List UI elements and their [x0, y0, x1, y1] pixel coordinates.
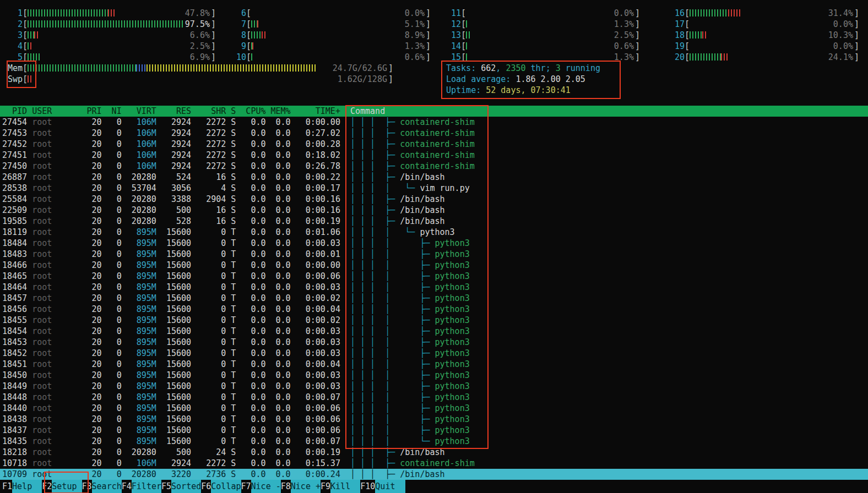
- process-row[interactable]: 27454root200106M29242272S0.00.00:00.00│ …: [0, 117, 868, 128]
- fnkey-F6[interactable]: F6Collap: [201, 480, 241, 493]
- cell-gap: [226, 238, 231, 249]
- cell-command: │ │ │ │ ├─ python3: [350, 260, 868, 271]
- cell-mem[interactable]: MEM%: [265, 106, 290, 117]
- process-row[interactable]: 18119root200895M156000T0.00.00:01.06│ │ …: [0, 227, 868, 238]
- cell-virt: 895M: [122, 238, 156, 249]
- process-row[interactable]: 10709root2002028032202736S0.00.00:00.24│…: [0, 469, 868, 480]
- fnkey-F2[interactable]: F2Setup: [42, 480, 82, 493]
- cell-gap: [340, 150, 350, 161]
- cell-ni[interactable]: NI: [102, 106, 122, 117]
- meter-bracket-close: ]: [635, 41, 640, 52]
- cell-user: root: [32, 326, 82, 337]
- process-row[interactable]: 27452root200106M29242272S0.00.00:00.28│ …: [0, 139, 868, 150]
- process-row[interactable]: 18455root200895M156000T0.00.00:00.02│ │ …: [0, 315, 868, 326]
- cell-state[interactable]: S: [231, 106, 236, 117]
- cell-virt: 106M: [122, 139, 156, 150]
- fnkey-action: Quit: [375, 480, 405, 493]
- cell-user: root: [32, 414, 82, 425]
- process-row[interactable]: 18483root200895M156000T0.00.00:00.01│ │ …: [0, 249, 868, 260]
- cell-ni: 0: [102, 139, 122, 150]
- fnkey-F7[interactable]: F7Nice -: [241, 480, 281, 493]
- process-row[interactable]: 18465root200895M156000T0.00.00:00.06│ │ …: [0, 271, 868, 282]
- cell-pid[interactable]: PID: [2, 106, 27, 117]
- process-row[interactable]: 27450root200106M29242272S0.00.00:26.78│ …: [0, 161, 868, 172]
- fnkey-F3[interactable]: F3Search: [82, 480, 122, 493]
- cell-ni: 0: [102, 315, 122, 326]
- cell-user: root: [32, 205, 82, 216]
- cell-command: │ │ │ │ └─ python3: [350, 436, 868, 447]
- cell-shr: 4: [191, 183, 226, 194]
- cell-time: 0:00.06: [291, 271, 340, 282]
- process-row[interactable]: 28538root2005370430564S0.00.00:00.17│ │ …: [0, 183, 868, 194]
- cell-virt[interactable]: VIRT: [122, 106, 156, 117]
- cell-cpu: 0.0: [236, 414, 265, 425]
- command-text: python3: [420, 227, 454, 237]
- process-row[interactable]: 18456root200895M156000T0.00.00:00.04│ │ …: [0, 304, 868, 315]
- cell-shr[interactable]: SHR: [191, 106, 226, 117]
- cell-pri[interactable]: PRI: [82, 106, 101, 117]
- cell-gap: [340, 139, 350, 150]
- fnkey-F8[interactable]: F8Nice +: [281, 480, 321, 493]
- process-row[interactable]: 27453root200106M29242272S0.00.00:27.02│ …: [0, 128, 868, 139]
- cpu-meter-18: 18[10.3%]: [670, 30, 859, 41]
- process-row[interactable]: 18466root200895M156000T0.00.00:00.00│ │ …: [0, 260, 868, 271]
- process-row[interactable]: 26887root2002028052416S0.00.00:00.22│ │ …: [0, 172, 868, 183]
- cell-ni: 0: [102, 469, 122, 480]
- cell-cpu[interactable]: CPU%: [236, 106, 265, 117]
- fnkey-F1[interactable]: F1Help: [2, 480, 42, 493]
- command-text: python3: [435, 403, 470, 413]
- process-row[interactable]: 18449root200895M156000T0.00.00:00.03│ │ …: [0, 381, 868, 392]
- tree-branch: │ │ │ │ ├─: [350, 348, 435, 358]
- cell-user[interactable]: USER: [32, 106, 82, 117]
- htop-screen: 1[47.8%]2[97.5%]3[6.6%]4[2.5%]5[6.9%] 6[…: [0, 0, 868, 493]
- cell-user: root: [32, 447, 82, 458]
- process-row[interactable]: 18438root200895M156000T0.00.00:00.06│ │ …: [0, 414, 868, 425]
- process-row[interactable]: 18448root200895M156000T0.00.00:00.07│ │ …: [0, 392, 868, 403]
- cell-mem: 0.0: [265, 348, 290, 359]
- process-row[interactable]: 19585root2002028052816S0.00.00:00.19│ │ …: [0, 216, 868, 227]
- bar-segment-blue: [136, 64, 147, 72]
- process-row[interactable]: 18452root200895M156000T0.00.00:00.03│ │ …: [0, 348, 868, 359]
- cell-gap: [226, 205, 231, 216]
- process-row[interactable]: 10718root200106M29242272S0.00.00:15.37│ …: [0, 458, 868, 469]
- process-row[interactable]: 22509root2002028050016S0.00.00:00.16│ │ …: [0, 205, 868, 216]
- process-row[interactable]: 18454root200895M156000T0.00.00:00.03│ │ …: [0, 326, 868, 337]
- tree-branch: │ │ │ │ ├─: [350, 249, 435, 259]
- cell-ni: 0: [102, 216, 122, 227]
- process-row[interactable]: 18484root200895M156000T0.00.00:00.03│ │ …: [0, 238, 868, 249]
- fnkey-F10[interactable]: F10Quit: [360, 480, 405, 493]
- tasks-text: ;: [546, 63, 556, 73]
- fnkey-F4[interactable]: F4Filter: [122, 480, 161, 493]
- cell-pri: 20: [82, 381, 101, 392]
- cell-gap: [226, 337, 231, 348]
- process-row[interactable]: 18218root2002028050024S0.00.00:00.19│ │ …: [0, 447, 868, 458]
- meter-bracket-open: [: [23, 74, 28, 85]
- cell-pri: 20: [82, 326, 101, 337]
- cell-pid: 18435: [2, 436, 27, 447]
- command-text: containerd-shim: [400, 128, 474, 138]
- process-row[interactable]: 27451root200106M29242272S0.00.00:18.02│ …: [0, 150, 868, 161]
- process-row[interactable]: 18464root200895M156000T0.00.00:00.03│ │ …: [0, 282, 868, 293]
- process-row[interactable]: 18435root200895M156000T0.00.00:00.07│ │ …: [0, 436, 868, 447]
- process-row[interactable]: 18453root200895M156000T0.00.00:00.03│ │ …: [0, 337, 868, 348]
- cell-shr: 24: [191, 447, 226, 458]
- cell-pri: 20: [82, 403, 101, 414]
- cell-time: 0:00.02: [291, 315, 340, 326]
- col-header-command[interactable]: Command: [350, 106, 868, 117]
- process-row[interactable]: 18450root200895M156000T0.00.00:00.03│ │ …: [0, 370, 868, 381]
- process-row[interactable]: 18451root200895M156000T0.00.00:00.04│ │ …: [0, 359, 868, 370]
- cell-time: 0:00.06: [291, 403, 340, 414]
- process-row[interactable]: 18437root200895M156000T0.00.00:00.06│ │ …: [0, 425, 868, 436]
- process-row[interactable]: 18457root200895M156000T0.00.00:00.02│ │ …: [0, 293, 868, 304]
- cell-time[interactable]: TIME+: [291, 106, 340, 117]
- cell-res: 500: [156, 205, 191, 216]
- fnkey-F9[interactable]: F9Kill: [321, 480, 360, 493]
- meter-bar: 24.1%: [690, 52, 854, 63]
- fnkey-F5[interactable]: F5Sorted: [161, 480, 201, 493]
- cell-user: root: [32, 128, 82, 139]
- meter-label: 1: [8, 8, 23, 19]
- process-row[interactable]: 18440root200895M156000T0.00.00:00.06│ │ …: [0, 403, 868, 414]
- cell-pid: 18449: [2, 381, 27, 392]
- cell-res[interactable]: RES: [156, 106, 191, 117]
- process-row[interactable]: 25584root2002028033882904S0.00.00:00.16│…: [0, 194, 868, 205]
